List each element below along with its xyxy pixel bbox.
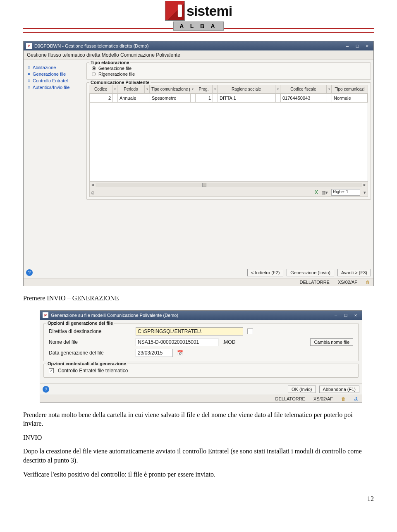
cancel-button[interactable]: Abbandona (F1): [319, 386, 360, 393]
fieldset-legend: Comunicazione Polivalente: [89, 80, 151, 85]
cell: 2: [90, 94, 113, 102]
app-icon: P: [43, 312, 48, 318]
radio-label: Rigenerazione file: [98, 72, 135, 77]
h-scrollbar[interactable]: ◂ ▸: [89, 182, 368, 188]
radio-generazione[interactable]: Generazione file: [89, 65, 368, 71]
input-direttiva[interactable]: C:\SPRINGSQL\ENTRATEL\: [136, 327, 243, 335]
radio-rigenerazione[interactable]: Rigenerazione file: [89, 71, 368, 77]
grid-header: Codice▾ Periodo▾ Tipo comunicazione peri…: [89, 85, 368, 93]
help-icon[interactable]: ?: [26, 269, 33, 276]
app-icon: P: [26, 43, 32, 49]
scroll-thumb[interactable]: [202, 183, 206, 187]
nav-autentica[interactable]: Autentica/Invio file: [28, 84, 82, 91]
logo-text: sistemi: [187, 3, 232, 19]
nav-generazione[interactable]: Generazione file: [28, 71, 82, 77]
col-ragione[interactable]: Ragione sociale: [218, 85, 275, 93]
browse-icon[interactable]: [247, 328, 253, 334]
status-code: XS/02/AF: [338, 280, 357, 285]
checkbox-controllo[interactable]: ✓: [49, 368, 54, 373]
sort-icon[interactable]: ▾: [112, 85, 117, 93]
input-nomefile[interactable]: NSA15-D-00000200015001: [136, 338, 218, 346]
sort-icon[interactable]: ▾: [327, 85, 332, 93]
excel-icon[interactable]: X: [315, 189, 318, 195]
header-rule: [23, 32, 374, 33]
cell: 01764450043: [281, 94, 327, 102]
trash-icon[interactable]: 🗑: [341, 396, 346, 401]
col-cf[interactable]: Codice fiscale: [280, 85, 327, 93]
label-nomefile: Nome del file: [49, 339, 132, 345]
calendar-icon[interactable]: 📅: [177, 350, 183, 356]
col-prog[interactable]: Prog.: [195, 85, 213, 93]
page-header: sistemi A L B A: [23, 0, 374, 29]
ok-button[interactable]: OK (Invio): [288, 386, 316, 393]
nav-label: Autentica/Invio file: [33, 85, 69, 90]
window-titlebar[interactable]: P D0GFODWN - Gestione flusso telematico …: [24, 41, 373, 50]
doc-text: INVIO: [23, 433, 374, 442]
label-direttiva: Direttiva di destinazione: [49, 328, 132, 334]
sort-icon[interactable]: ▾: [190, 85, 195, 93]
rename-button[interactable]: Cambia nome file: [310, 338, 353, 346]
col-periodo[interactable]: Periodo: [117, 85, 145, 93]
col-tipo-com[interactable]: Tipo comunicazione periodica: [150, 85, 190, 93]
nav-label: Generazione file: [33, 72, 66, 77]
cell: Annuale: [118, 94, 145, 102]
window-title: Generazione su file modelli Comunicazion…: [51, 313, 178, 318]
generate-button[interactable]: Generazione (Invio): [287, 269, 334, 276]
grid-footer: ⎙ X ▥▾ Righe: 1 ▾: [89, 188, 368, 197]
wizard-nav: Abilitazione Generazione file Controllo …: [26, 62, 84, 202]
minimize-icon[interactable]: –: [332, 312, 340, 318]
sort-icon[interactable]: ▾: [213, 85, 218, 93]
grid-body[interactable]: 2 Annuale Spesometro 1 DITTA 1 017644500…: [89, 93, 368, 182]
rows-count: Righe: 1: [331, 189, 360, 196]
nav-label: Controllo Entratel: [33, 78, 68, 83]
nav-abilitazione[interactable]: Abilitazione: [28, 64, 82, 71]
logo: sistemi A L B A: [165, 1, 232, 31]
col-codice[interactable]: Codice: [89, 85, 112, 93]
status-user: DELLATORRE: [275, 396, 305, 401]
maximize-icon[interactable]: □: [354, 43, 361, 49]
dropdown-icon[interactable]: ▾: [364, 190, 366, 195]
help-icon[interactable]: ?: [43, 386, 49, 393]
status-bar: DELLATORRE XS/02/AF 🗑 🖧: [40, 395, 362, 403]
sort-icon[interactable]: ▾: [145, 85, 150, 93]
maximize-icon[interactable]: □: [342, 312, 349, 318]
trash-icon[interactable]: 🗑: [366, 280, 370, 285]
close-icon[interactable]: ×: [364, 43, 371, 49]
print-icon[interactable]: ⎙: [91, 190, 94, 195]
window-titlebar[interactable]: P Generazione su file modelli Comunicazi…: [40, 311, 362, 320]
sort-icon[interactable]: ▾: [275, 85, 280, 93]
window-subtitle: Gestione flusso telematico diretta Model…: [24, 50, 373, 60]
label-data: Data generazione del file: [49, 350, 132, 356]
doc-text: Dopo la creazione del file viene automat…: [23, 447, 374, 465]
back-button[interactable]: < Indietro (F2): [247, 269, 283, 276]
cell: 1: [196, 94, 213, 102]
next-button[interactable]: Avanti > (F3): [337, 269, 371, 276]
checkbox-label: Controllo Entratel file telematico: [58, 368, 128, 374]
fieldset-comunicazione-polivalente: Comunicazione Polivalente Codice▾ Period…: [86, 82, 371, 200]
fieldset-legend: Opzioni contestuali alla generazione: [46, 361, 127, 366]
nav-controllo[interactable]: Controllo Entratel: [28, 77, 82, 84]
fieldset-legend: Opzioni di generazione del file: [46, 321, 114, 326]
doc-text: Premere INVIO – GENERAZIONE: [23, 294, 374, 303]
ext-label: .MOD: [222, 339, 247, 345]
logo-icon: [165, 1, 185, 21]
input-data[interactable]: 23/03/2015: [136, 349, 173, 357]
window-footer: ? OK (Invio) Abbandona (F1): [40, 383, 362, 395]
fieldset-tipo-elaborazione: Tipo elaborazione Generazione file Rigen…: [86, 62, 371, 80]
blank-area: [24, 205, 373, 267]
cell: Spesometro: [150, 94, 191, 102]
col-tipo-com2[interactable]: Tipo comunicazi: [332, 85, 368, 93]
logo-sub: A L B A: [173, 22, 223, 31]
minimize-icon[interactable]: –: [344, 43, 351, 49]
close-icon[interactable]: ×: [352, 312, 359, 318]
scroll-right-icon[interactable]: ▸: [362, 182, 368, 187]
cell: Normale: [332, 94, 368, 102]
window-footer: ? < Indietro (F2) Generazione (Invio) Av…: [24, 267, 373, 278]
nav-label: Abilitazione: [33, 65, 56, 70]
columns-icon[interactable]: ▥▾: [321, 190, 328, 195]
fieldset-opzioni-generazione: Opzioni di generazione del file Direttiv…: [43, 323, 359, 361]
scroll-left-icon[interactable]: ◂: [90, 182, 96, 187]
fieldset-legend: Tipo elaborazione: [89, 60, 130, 65]
table-row[interactable]: 2 Annuale Spesometro 1 DITTA 1 017644500…: [90, 94, 368, 103]
window-gestione: P D0GFODWN - Gestione flusso telematico …: [23, 41, 374, 286]
